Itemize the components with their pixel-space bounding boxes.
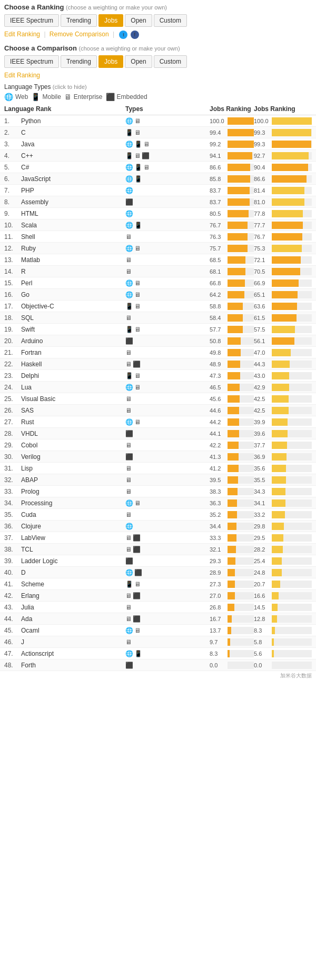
- table-row: 5.C#🌐📱🖥 86.6 90.4: [0, 162, 316, 173]
- type-icons-cell: 🌐: [125, 523, 210, 530]
- comparison-cell: 77.7: [254, 222, 312, 229]
- comparison-cell: 36.9: [254, 453, 312, 461]
- rank-number: 22.: [4, 361, 19, 368]
- table-row: 31.Lisp🖥 41.2 35.6: [0, 463, 316, 474]
- facebook-icon[interactable]: f: [131, 31, 139, 39]
- lang-name: Perl: [21, 279, 32, 287]
- bar-value: 75.7: [210, 245, 225, 252]
- bar-fill: [228, 361, 240, 368]
- rank-number: 1.: [4, 117, 19, 125]
- comp-bar-fill: [272, 303, 297, 310]
- comp-bar-fill: [272, 291, 298, 298]
- comp-bar-fill: [272, 198, 304, 206]
- bar-track: [228, 152, 254, 159]
- rank-number: 43.: [4, 604, 19, 611]
- bar-cell: 28.9: [210, 569, 254, 576]
- comp-value: 65.1: [254, 292, 270, 298]
- comparison-cell: 44.3: [254, 361, 312, 368]
- comp-value: 81.0: [254, 199, 270, 205]
- comp-bar-fill: [272, 650, 274, 657]
- tab-custom[interactable]: Custom: [154, 14, 187, 27]
- comp-value: 44.3: [254, 361, 270, 367]
- rank-number: 17.: [4, 303, 19, 310]
- remove-comparison-link[interactable]: Remove Comparison: [50, 31, 109, 38]
- bar-track: [228, 546, 254, 553]
- embedded-type-icon: ⬛: [133, 546, 141, 553]
- rank-number: 4.: [4, 152, 19, 159]
- comp-tab-jobs[interactable]: Jobs: [98, 55, 123, 68]
- comp-tab-trending[interactable]: Trending: [61, 55, 97, 68]
- bar-fill: [228, 129, 254, 136]
- web-type-icon: 🌐: [125, 245, 133, 252]
- tab-open[interactable]: Open: [125, 14, 152, 27]
- tab-trending[interactable]: Trending: [61, 14, 97, 27]
- rank-name-cell: 4.C++: [4, 152, 125, 159]
- embedded-type-icon: ⬛: [142, 152, 150, 159]
- type-icons-cell: 🖥: [125, 256, 210, 264]
- comp-tab-open[interactable]: Open: [125, 55, 152, 68]
- rank-name-cell: 36.Clojure: [4, 523, 125, 530]
- enterprise-type-icon: 🖥: [125, 511, 132, 518]
- comp-bar-track: [272, 152, 312, 159]
- comparison-cell: 37.7: [254, 442, 312, 449]
- enterprise-type-icon: 🖥: [134, 117, 141, 125]
- comp-bar-fill: [272, 430, 288, 437]
- rank-name-cell: 42.Erlang: [4, 592, 125, 599]
- twitter-icon[interactable]: t: [119, 31, 127, 39]
- comp-bar-track: [272, 279, 312, 287]
- comp-bar-fill: [272, 523, 284, 530]
- bar-value: 27.3: [210, 581, 225, 587]
- bar-cell: 44.1: [210, 430, 254, 437]
- comp-tab-ieee-spectrum[interactable]: IEEE Spectrum: [4, 55, 59, 68]
- mobile-type-icon: 📱: [125, 326, 133, 333]
- type-icons-cell: 🌐📱: [125, 222, 210, 229]
- table-row: 12.Ruby🌐🖥 75.7 75.3: [0, 243, 316, 254]
- rank-name-cell: 38.TCL: [4, 546, 125, 553]
- rank-name-cell: 43.Julia: [4, 604, 125, 611]
- comp-value: 56.1: [254, 338, 270, 344]
- table-row: 7.PHP🌐 83.7 81.4: [0, 185, 316, 196]
- bar-track: [228, 511, 254, 518]
- bar-track: [228, 581, 254, 588]
- comparison-cell: 81.4: [254, 187, 312, 194]
- bar-fill: [228, 395, 240, 403]
- mobile-type-icon: 📱: [134, 175, 142, 183]
- type-web[interactable]: 🌐 Web: [4, 93, 28, 101]
- comp-bar-track: [272, 117, 312, 125]
- table-row: 11.Shell🖥 76.3 76.7: [0, 231, 316, 243]
- bar-cell: 50.8: [210, 337, 254, 345]
- comparison-cell: 34.3: [254, 488, 312, 495]
- tab-ieee-spectrum[interactable]: IEEE Spectrum: [4, 14, 59, 27]
- rank-name-cell: 30.Verilog: [4, 453, 125, 461]
- mobile-label: Mobile: [42, 93, 61, 101]
- type-embedded[interactable]: ⬛ Embedded: [106, 93, 147, 101]
- bar-value: 64.2: [210, 292, 225, 298]
- bar-fill: [228, 418, 239, 426]
- comparison-cell: 42.5: [254, 395, 312, 403]
- type-enterprise[interactable]: 🖥 Enterprise: [64, 93, 103, 101]
- edit-ranking-link-2[interactable]: Edit Ranking: [4, 72, 40, 79]
- edit-ranking-link-1[interactable]: Edit Ranking: [4, 31, 40, 38]
- comp-bar-fill: [272, 314, 297, 322]
- mobile-type-icon: 📱: [134, 141, 142, 148]
- rank-name-cell: 44.Ada: [4, 615, 125, 623]
- bar-cell: 27.0: [210, 592, 254, 599]
- comp-bar-track: [272, 164, 312, 171]
- rank-name-cell: 20.Arduino: [4, 337, 125, 345]
- edit-bar-2: Edit Ranking: [0, 70, 316, 81]
- tab-jobs[interactable]: Jobs: [98, 14, 123, 27]
- lang-name: C: [21, 129, 26, 136]
- comp-bar-track: [272, 256, 312, 264]
- bar-fill: [228, 604, 234, 611]
- comp-value: 43.0: [254, 373, 270, 379]
- table-row: 45.Ocaml🌐🖥 13.7 8.3: [0, 625, 316, 636]
- bar-cell: 48.9: [210, 361, 254, 368]
- rank-number: 44.: [4, 615, 19, 623]
- comparison-cell: 39.6: [254, 430, 312, 437]
- comp-bar-track: [272, 418, 312, 426]
- type-icons-cell: 🖥⬛: [125, 546, 210, 553]
- rank-number: 28.: [4, 430, 19, 437]
- type-mobile[interactable]: 📱 Mobile: [31, 93, 61, 101]
- enterprise-type-icon: 🖥: [125, 256, 132, 264]
- comp-tab-custom[interactable]: Custom: [154, 55, 187, 68]
